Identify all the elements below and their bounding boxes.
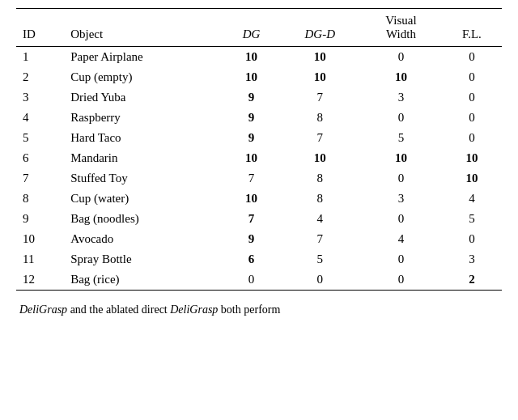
cell-object: Bag (noodles) bbox=[64, 209, 223, 229]
cell-id: 2 bbox=[16, 67, 64, 87]
cell-object: Stuffed Toy bbox=[64, 168, 223, 189]
cell-vw: 0 bbox=[360, 108, 442, 128]
table-row: 11Spray Bottle6503 bbox=[16, 249, 502, 269]
cell-vw: 0 bbox=[360, 47, 442, 68]
cell-vw: 0 bbox=[360, 168, 442, 189]
cell-object: Paper Airplane bbox=[64, 47, 223, 68]
cell-object: Cup (water) bbox=[64, 189, 223, 209]
header-object: Object bbox=[64, 9, 223, 47]
cell-dgd: 10 bbox=[280, 67, 360, 87]
cell-vw: 0 bbox=[360, 249, 442, 269]
cell-dg: 10 bbox=[223, 67, 279, 87]
cell-fl: 0 bbox=[442, 229, 502, 249]
cell-fl: 0 bbox=[442, 87, 502, 108]
cell-dgd: 4 bbox=[280, 209, 360, 229]
cell-object: Mandarin bbox=[64, 148, 223, 168]
cell-fl: 10 bbox=[442, 148, 502, 168]
data-table: ID Object DG DG-D VisualWidth F.L. 1Pape… bbox=[16, 8, 502, 291]
cell-id: 3 bbox=[16, 87, 64, 108]
cell-dg: 9 bbox=[223, 229, 279, 249]
cell-dg: 10 bbox=[223, 148, 279, 168]
table-row: 1Paper Airplane101000 bbox=[16, 47, 502, 68]
cell-dg: 10 bbox=[223, 189, 279, 209]
cell-dgd: 0 bbox=[280, 269, 360, 291]
footnote-text2: and the ablated direct bbox=[67, 303, 170, 316]
cell-vw: 3 bbox=[360, 189, 442, 209]
table-row: 2Cup (empty)1010100 bbox=[16, 67, 502, 87]
cell-object: Cup (empty) bbox=[64, 67, 223, 87]
cell-dgd: 7 bbox=[280, 87, 360, 108]
cell-dg: 9 bbox=[223, 128, 279, 148]
cell-dg: 6 bbox=[223, 249, 279, 269]
footnote-text3: DeliGrasp bbox=[170, 303, 218, 316]
cell-vw: 0 bbox=[360, 209, 442, 229]
cell-dgd: 10 bbox=[280, 47, 360, 68]
cell-dgd: 8 bbox=[280, 189, 360, 209]
cell-id: 10 bbox=[16, 229, 64, 249]
table-row: 4Raspberry9800 bbox=[16, 108, 502, 128]
cell-id: 6 bbox=[16, 148, 64, 168]
cell-object: Bag (rice) bbox=[64, 269, 223, 291]
cell-object: Avocado bbox=[64, 229, 223, 249]
cell-object: Spray Bottle bbox=[64, 249, 223, 269]
cell-fl: 3 bbox=[442, 249, 502, 269]
cell-dg: 0 bbox=[223, 269, 279, 291]
cell-fl: 5 bbox=[442, 209, 502, 229]
cell-dg: 9 bbox=[223, 108, 279, 128]
cell-dg: 7 bbox=[223, 209, 279, 229]
table-row: 6Mandarin10101010 bbox=[16, 148, 502, 168]
cell-vw: 0 bbox=[360, 269, 442, 291]
cell-vw: 4 bbox=[360, 229, 442, 249]
table-row: 7Stuffed Toy78010 bbox=[16, 168, 502, 189]
cell-id: 4 bbox=[16, 108, 64, 128]
cell-id: 11 bbox=[16, 249, 64, 269]
header-dgd: DG-D bbox=[280, 9, 360, 47]
cell-fl: 0 bbox=[442, 47, 502, 68]
table-container: ID Object DG DG-D VisualWidth F.L. 1Pape… bbox=[16, 8, 502, 318]
cell-vw: 3 bbox=[360, 87, 442, 108]
cell-id: 8 bbox=[16, 189, 64, 209]
table-row: 8Cup (water)10834 bbox=[16, 189, 502, 209]
header-fl: F.L. bbox=[442, 9, 502, 47]
cell-dgd: 7 bbox=[280, 229, 360, 249]
cell-fl: 4 bbox=[442, 189, 502, 209]
cell-dgd: 10 bbox=[280, 148, 360, 168]
cell-dgd: 5 bbox=[280, 249, 360, 269]
table-row: 10Avocado9740 bbox=[16, 229, 502, 249]
table-row: 5Hard Taco9750 bbox=[16, 128, 502, 148]
cell-vw: 10 bbox=[360, 67, 442, 87]
cell-dg: 10 bbox=[223, 47, 279, 68]
cell-id: 7 bbox=[16, 168, 64, 189]
cell-dg: 7 bbox=[223, 168, 279, 189]
header-vw: VisualWidth bbox=[360, 9, 442, 47]
header-id: ID bbox=[16, 9, 64, 47]
cell-id: 9 bbox=[16, 209, 64, 229]
footnote-text4: both perform bbox=[218, 303, 280, 316]
cell-fl: 2 bbox=[442, 269, 502, 291]
cell-dgd: 8 bbox=[280, 108, 360, 128]
header-dg: DG bbox=[223, 9, 279, 47]
table-row: 9Bag (noodles)7405 bbox=[16, 209, 502, 229]
cell-fl: 10 bbox=[442, 168, 502, 189]
cell-object: Dried Yuba bbox=[64, 87, 223, 108]
cell-id: 12 bbox=[16, 269, 64, 291]
cell-dg: 9 bbox=[223, 87, 279, 108]
cell-dgd: 7 bbox=[280, 128, 360, 148]
cell-object: Hard Taco bbox=[64, 128, 223, 148]
cell-dgd: 8 bbox=[280, 168, 360, 189]
table-row: 3Dried Yuba9730 bbox=[16, 87, 502, 108]
cell-id: 5 bbox=[16, 128, 64, 148]
cell-id: 1 bbox=[16, 47, 64, 68]
cell-vw: 10 bbox=[360, 148, 442, 168]
cell-vw: 5 bbox=[360, 128, 442, 148]
footnote-text1: DeliGrasp bbox=[19, 303, 67, 316]
cell-fl: 0 bbox=[442, 128, 502, 148]
table-row: 12Bag (rice)0002 bbox=[16, 269, 502, 291]
cell-object: Raspberry bbox=[64, 108, 223, 128]
footnote: DeliGrasp and the ablated direct DeliGra… bbox=[16, 302, 502, 318]
cell-fl: 0 bbox=[442, 67, 502, 87]
cell-fl: 0 bbox=[442, 108, 502, 128]
